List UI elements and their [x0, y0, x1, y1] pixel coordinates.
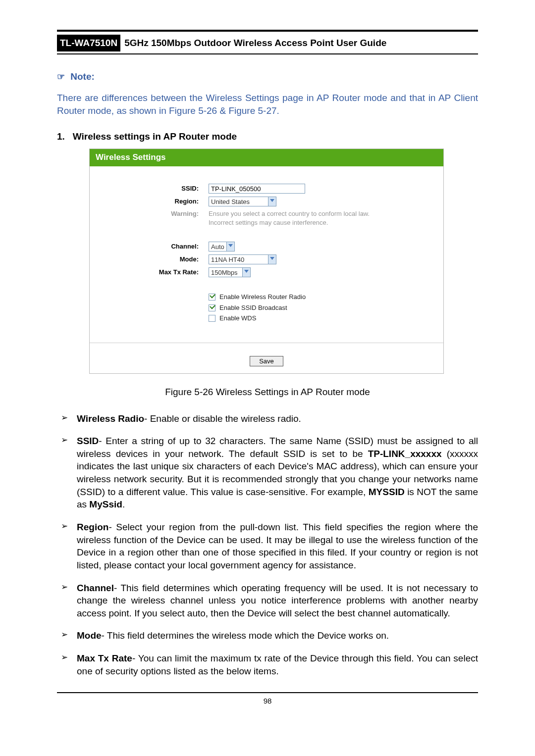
def-region: Region- Select your region from the pull… — [57, 521, 478, 572]
warning-text: Ensure you select a correct country to c… — [209, 209, 370, 227]
def-wireless-radio: Wireless Radio- Enable or disable the wi… — [57, 412, 478, 425]
label-max-tx: Max Tx Rate: — [100, 268, 209, 277]
footer-rule — [57, 692, 478, 693]
label-region: Region: — [100, 197, 209, 206]
def-channel: Channel- This field determines which ope… — [57, 582, 478, 620]
enable-bcast-label: Enable SSID Broadcast — [219, 303, 287, 312]
row-max-tx: Max Tx Rate: 150Mbps — [100, 266, 433, 279]
enable-radio-checkbox[interactable] — [209, 294, 215, 301]
max-tx-select[interactable]: 150Mbps — [209, 267, 251, 277]
region-select[interactable]: United States — [209, 197, 276, 206]
figure-wireless-settings: Wireless Settings SSID: Region: United S… — [89, 149, 444, 374]
mode-value: 11NA HT40 — [209, 254, 268, 264]
figure-footer: Save — [90, 356, 443, 373]
header-under-rule — [57, 53, 478, 54]
ssid-input[interactable] — [209, 184, 305, 194]
enable-wds-checkbox[interactable] — [209, 315, 215, 322]
enable-wds-label: Enable WDS — [219, 314, 256, 323]
row-warning: Warning: Ensure you select a correct cou… — [100, 208, 433, 228]
row-enable-bcast: Enable SSID Broadcast — [209, 302, 433, 313]
chevron-down-icon — [242, 267, 251, 277]
def-ssid: SSID- Enter a string of up to 32 charact… — [57, 435, 478, 511]
channel-select[interactable]: Auto — [209, 242, 235, 252]
note-heading: ☞ Note: — [57, 70, 478, 83]
row-mode: Mode: 11NA HT40 — [100, 253, 433, 266]
mode-select[interactable]: 11NA HT40 — [209, 254, 276, 264]
figure-banner: Wireless Settings — [90, 149, 443, 166]
hand-icon: ☞ — [57, 72, 65, 82]
def-max-tx: Max Tx Rate- You can limit the maximum t… — [57, 652, 478, 677]
row-channel: Channel: Auto — [100, 240, 433, 253]
note-body: There are differences between the Wirele… — [57, 92, 478, 117]
label-mode: Mode: — [100, 255, 209, 264]
region-value: United States — [209, 197, 268, 206]
chevron-down-icon — [268, 197, 276, 206]
model-badge: TL-WA7510N — [57, 35, 120, 51]
def-mode: Mode- This field determines the wireless… — [57, 629, 478, 642]
figure-divider — [90, 343, 443, 343]
chevron-down-icon — [226, 242, 235, 252]
label-ssid: SSID: — [100, 184, 209, 193]
row-enable-radio: Enable Wireless Router Radio — [209, 292, 433, 302]
label-channel: Channel: — [100, 242, 209, 251]
enable-radio-label: Enable Wireless Router Radio — [219, 293, 306, 302]
label-warning: Warning: — [100, 209, 209, 218]
note-label: Note: — [70, 71, 95, 82]
save-button[interactable]: Save — [250, 356, 283, 366]
header-top-rule — [57, 30, 478, 32]
section-number: 1. — [57, 131, 65, 142]
row-enable-wds: Enable WDS — [209, 313, 433, 324]
figure-caption: Figure 5-26 Wireless Settings in AP Rout… — [57, 386, 478, 399]
channel-value: Auto — [209, 242, 226, 252]
section-title: Wireless settings in AP Router mode — [73, 131, 237, 142]
enable-bcast-checkbox[interactable] — [209, 304, 215, 311]
doc-title: 5GHz 150Mbps Outdoor Wireless Access Poi… — [124, 35, 386, 51]
header: TL-WA7510N 5GHz 150Mbps Outdoor Wireless… — [57, 30, 478, 54]
definitions-list: Wireless Radio- Enable or disable the wi… — [57, 412, 478, 678]
max-tx-value: 150Mbps — [209, 267, 242, 277]
row-ssid: SSID: — [100, 182, 433, 195]
page-number: 98 — [57, 696, 478, 706]
chevron-down-icon — [268, 254, 276, 264]
row-region: Region: United States — [100, 195, 433, 208]
section-heading: 1. Wireless settings in AP Router mode — [57, 130, 478, 143]
